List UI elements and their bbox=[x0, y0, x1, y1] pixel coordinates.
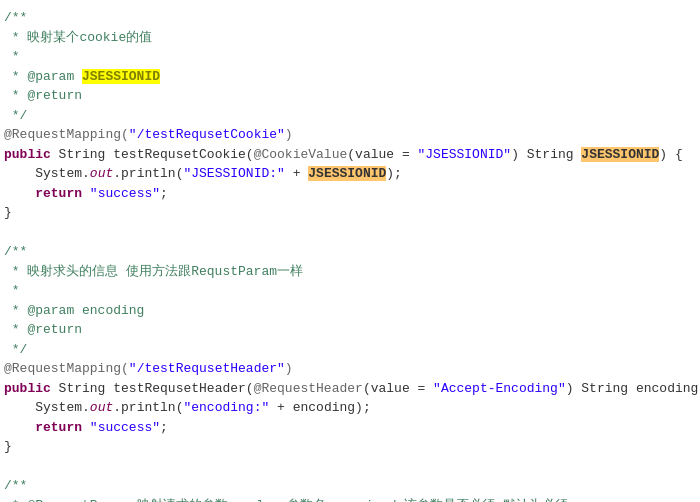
line: /** bbox=[0, 476, 700, 496]
code-text: * @return bbox=[4, 320, 700, 340]
line: return "success"; bbox=[0, 418, 700, 438]
code-text: * @param JSESSIONID bbox=[4, 67, 700, 87]
line bbox=[0, 223, 700, 243]
line: return "success"; bbox=[0, 184, 700, 204]
code-text: * @RequestParam:映射请求的参数：value=参数名 requir… bbox=[4, 496, 700, 503]
code-text: @RequestMapping("/testRequsetHeader") bbox=[4, 359, 700, 379]
line: } bbox=[0, 203, 700, 223]
code-text bbox=[4, 457, 700, 477]
line: @RequestMapping("/testRequsetHeader") bbox=[0, 359, 700, 379]
code-text: */ bbox=[4, 340, 700, 360]
code-text: * bbox=[4, 47, 700, 67]
line: */ bbox=[0, 106, 700, 126]
code-text: System.out.println("encoding:" + encodin… bbox=[4, 398, 700, 418]
line: * @param JSESSIONID bbox=[0, 67, 700, 87]
line: * @param encoding bbox=[0, 301, 700, 321]
line: * 映射求头的信息 使用方法跟RequstParam一样 bbox=[0, 262, 700, 282]
line: * @return bbox=[0, 86, 700, 106]
line: * 映射某个cookie的值 bbox=[0, 28, 700, 48]
code-text: public String testRequsetHeader(@Request… bbox=[4, 379, 700, 399]
code-text: * bbox=[4, 281, 700, 301]
code-text: * @return bbox=[4, 86, 700, 106]
code-text: @RequestMapping("/testRequsetCookie") bbox=[4, 125, 700, 145]
code-text: /** bbox=[4, 8, 700, 28]
code-text: System.out.println("JSESSIONID:" + JSESS… bbox=[4, 164, 700, 184]
code-text: /** bbox=[4, 476, 700, 496]
code-text: * 映射某个cookie的值 bbox=[4, 28, 700, 48]
line: @RequestMapping("/testRequsetCookie") bbox=[0, 125, 700, 145]
code-text bbox=[4, 223, 700, 243]
code-text: } bbox=[4, 437, 700, 457]
line: } bbox=[0, 437, 700, 457]
code-editor: /** * 映射某个cookie的值 * * @param JSESSIONID… bbox=[0, 0, 700, 502]
line: System.out.println("JSESSIONID:" + JSESS… bbox=[0, 164, 700, 184]
line: */ bbox=[0, 340, 700, 360]
code-text: } bbox=[4, 203, 700, 223]
line bbox=[0, 457, 700, 477]
code-text: return "success"; bbox=[4, 418, 700, 438]
code-text: */ bbox=[4, 106, 700, 126]
line: System.out.println("encoding:" + encodin… bbox=[0, 398, 700, 418]
code-text: /** bbox=[4, 242, 700, 262]
line: * bbox=[0, 281, 700, 301]
code-text: public String testRequsetCookie(@CookieV… bbox=[4, 145, 700, 165]
code-text: return "success"; bbox=[4, 184, 700, 204]
code-text: * @param encoding bbox=[4, 301, 700, 321]
line: /** bbox=[0, 8, 700, 28]
line: public String testRequsetCookie(@CookieV… bbox=[0, 145, 700, 165]
line: public String testRequsetHeader(@Request… bbox=[0, 379, 700, 399]
line: * @return bbox=[0, 320, 700, 340]
line: * bbox=[0, 47, 700, 67]
line: * @RequestParam:映射请求的参数：value=参数名 requir… bbox=[0, 496, 700, 503]
line: /** bbox=[0, 242, 700, 262]
code-text: * 映射求头的信息 使用方法跟RequstParam一样 bbox=[4, 262, 700, 282]
